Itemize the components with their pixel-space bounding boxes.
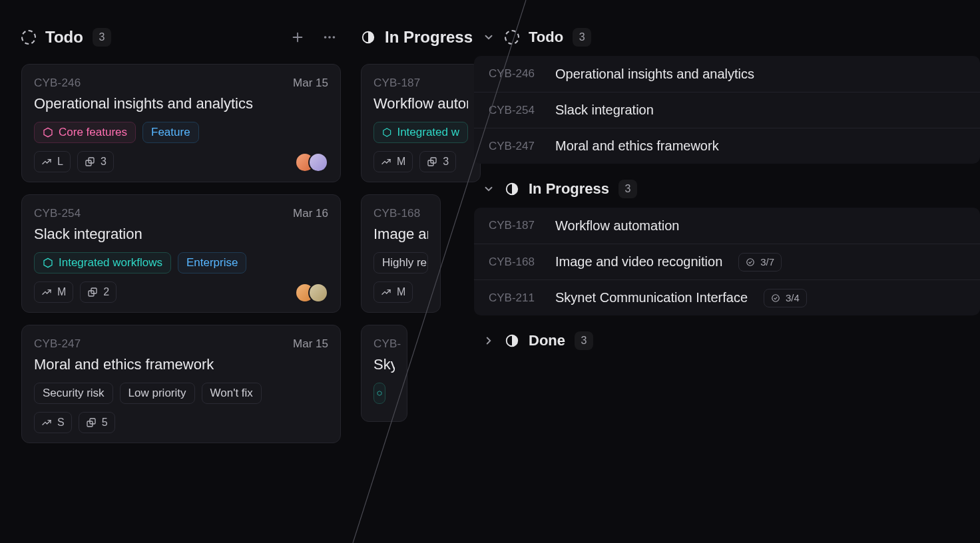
group-header-todo[interactable]: Todo 3 [474, 23, 980, 52]
tag-label: Security risk [43, 387, 105, 400]
issue-title: Operational insights and analytics [555, 67, 754, 82]
estimate-chip[interactable]: M [373, 281, 413, 303]
issue-card[interactable]: CYB-254 Mar 16 Slack integration Integra… [21, 194, 341, 313]
group-count: 3 [618, 180, 637, 198]
progress-text: 3/7 [760, 256, 774, 268]
estimate-value: L [57, 156, 63, 168]
issue-title: Image and video recognition [555, 254, 722, 270]
list-item[interactable]: CYB-187 Workflow automation [474, 208, 980, 244]
list-item[interactable]: CYB-254 Slack integration [474, 92, 980, 128]
assignee-avatars[interactable] [302, 283, 328, 303]
label-tag[interactable]: Won't fix [202, 383, 262, 404]
done-status-icon [505, 333, 519, 348]
issue-card[interactable]: CYB-187 Workflow autor Integrated w M [361, 64, 481, 182]
subtask-progress[interactable]: 3/7 [738, 253, 782, 272]
estimate-value: S [57, 417, 65, 429]
issue-title: Moral and ethics framework [34, 356, 328, 373]
label-tag[interactable]: Highly re [373, 252, 428, 273]
progress-text: 3/4 [786, 292, 800, 303]
subtask-progress[interactable]: 3/4 [764, 289, 807, 307]
inprogress-status-icon [505, 182, 519, 196]
relations-chip[interactable]: 5 [79, 412, 115, 433]
assignee-avatars[interactable] [302, 152, 328, 172]
issue-card[interactable]: CYB-168 Image an Highly re M [361, 194, 441, 313]
issue-date: Mar 16 [293, 207, 328, 220]
issue-id: CYB-246 [34, 77, 81, 90]
svg-point-2 [333, 36, 336, 39]
tag-label: Integrated w [397, 126, 459, 139]
list-item[interactable]: CYB-168 Image and video recognition 3/7 [474, 244, 980, 279]
issue-id: CYB-187 [489, 219, 542, 232]
issue-title: Slack integration [555, 102, 654, 118]
label-tag[interactable]: Security risk [34, 383, 113, 404]
group-header-inprogress[interactable]: In Progress 3 [474, 174, 980, 204]
issue-title: Workflow autor [373, 95, 468, 112]
label-tag[interactable]: Feature [142, 122, 199, 143]
list-items-inprogress: CYB-187 Workflow automation CYB-168 Imag… [474, 208, 980, 315]
estimate-chip[interactable]: L [34, 151, 71, 172]
estimate-chip[interactable]: M [34, 281, 73, 303]
list-item[interactable]: CYB-247 Moral and ethics framework [474, 128, 980, 164]
issue-id: CYB-254 [34, 207, 81, 220]
project-tag[interactable]: Integrated w [373, 122, 468, 143]
list-item[interactable]: CYB-211 Skynet Communication Interface 3… [474, 279, 980, 315]
estimate-value: M [57, 286, 66, 298]
tag-label: Integrated workflows [59, 256, 162, 270]
label-tag[interactable]: Low priority [120, 383, 195, 404]
svg-marker-15 [377, 391, 381, 396]
add-card-button[interactable] [286, 26, 309, 49]
issue-id: CYB-247 [34, 337, 81, 351]
relations-chip[interactable]: 3 [77, 151, 114, 172]
label-tag[interactable]: Enterprise [178, 252, 246, 273]
svg-point-0 [324, 36, 327, 39]
relations-count: 2 [103, 286, 109, 298]
issue-id: CYB-168 [489, 256, 542, 269]
issue-id: CYB-187 [373, 77, 420, 90]
project-tag[interactable]: Core features [34, 122, 136, 143]
list-item[interactable]: CYB-246 Operational insights and analyti… [474, 56, 980, 92]
column-todo: Todo 3 CYB-246 Mar 15 Operational insigh… [21, 23, 341, 455]
column-count: 3 [93, 28, 111, 47]
issue-id: CYB-247 [489, 140, 542, 153]
relations-count: 5 [102, 417, 108, 429]
issue-date: Mar 15 [293, 337, 328, 351]
group-header-done[interactable]: Done 3 [474, 326, 980, 355]
issue-title: Sky [373, 356, 395, 373]
inprogress-status-icon [361, 30, 375, 45]
chevron-down-icon[interactable] [482, 31, 495, 44]
estimate-chip[interactable]: S [34, 412, 72, 433]
group-count: 3 [573, 28, 591, 47]
project-tag[interactable]: Integrated workflows [34, 252, 171, 273]
relations-chip[interactable]: 2 [80, 281, 117, 303]
avatar [308, 283, 328, 303]
issue-title: Skynet Communication Interface [555, 290, 748, 305]
list-panel: Todo 3 CYB-246 Operational insights and … [474, 23, 980, 359]
issue-card[interactable]: CYB-246 Mar 15 Operational insights and … [21, 64, 341, 182]
tag-label: Highly re [382, 256, 427, 270]
issue-title: Moral and ethics framework [555, 138, 719, 154]
issue-card[interactable]: CYB-247 Mar 15 Moral and ethics framewor… [21, 325, 341, 443]
tag-label: Low priority [128, 387, 186, 400]
list-items-todo: CYB-246 Operational insights and analyti… [474, 56, 980, 164]
issue-title: Image an [373, 226, 428, 243]
app-root: Todo 3 CYB-246 Mar 15 Operational insigh… [0, 0, 980, 543]
svg-marker-6 [44, 258, 52, 267]
group-title: Done [529, 332, 565, 349]
chevron-right-icon[interactable] [482, 334, 495, 347]
todo-status-icon [21, 30, 36, 45]
project-tag[interactable] [373, 383, 385, 404]
issue-date: Mar 15 [293, 77, 328, 90]
issue-card[interactable]: CYB- Sky [361, 325, 407, 422]
estimate-value: M [397, 286, 405, 298]
column-more-button[interactable] [318, 26, 341, 49]
relations-chip[interactable]: 3 [419, 151, 456, 172]
issue-id: CYB-246 [489, 67, 542, 81]
avatar [308, 152, 328, 172]
svg-point-1 [328, 36, 331, 39]
chevron-down-icon[interactable] [482, 182, 495, 196]
todo-status-icon [505, 30, 519, 45]
tag-label: Core features [59, 126, 127, 139]
issue-title: Operational insights and analytics [34, 95, 328, 112]
estimate-chip[interactable]: M [373, 151, 413, 172]
issue-id: CYB-254 [489, 104, 542, 117]
